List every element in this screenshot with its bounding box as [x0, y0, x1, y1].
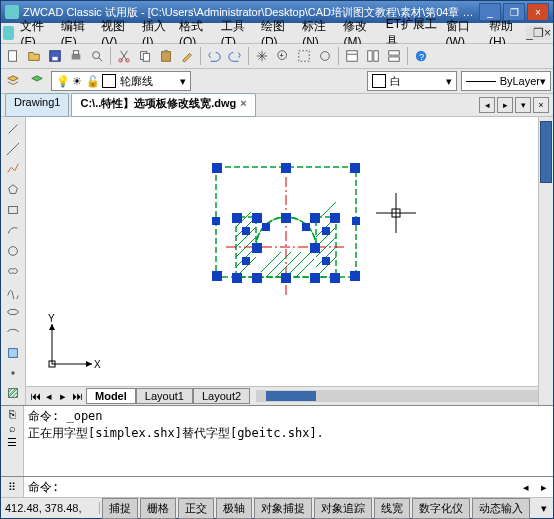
menubar: 文件(F) 编辑(E) 视图(V) 插入(I) 格式(O) 工具(T) 绘图(D…: [1, 23, 553, 44]
close-tab-icon[interactable]: ×: [240, 97, 246, 109]
tab-prev-icon[interactable]: ◂: [479, 97, 495, 113]
hatch-icon[interactable]: [3, 384, 23, 403]
horizontal-scrollbar[interactable]: [256, 390, 538, 402]
svg-text:?: ?: [419, 52, 424, 62]
doc-close-button[interactable]: ×: [544, 26, 551, 40]
zoom-rt-icon[interactable]: +: [273, 46, 293, 66]
doc-restore-button[interactable]: ❐: [533, 26, 544, 40]
doc-tab-1[interactable]: Drawing1: [5, 93, 69, 117]
polygon-icon[interactable]: [3, 180, 23, 199]
svg-rect-10: [143, 53, 149, 61]
svg-rect-54: [281, 163, 291, 173]
pline-icon[interactable]: [3, 160, 23, 179]
save-icon[interactable]: [45, 46, 65, 66]
svg-point-7: [119, 59, 123, 63]
svg-rect-57: [350, 271, 360, 281]
drawing-object[interactable]: [206, 157, 406, 317]
cmd-icon[interactable]: ⌕: [9, 422, 16, 434]
dyn-toggle[interactable]: 动态输入: [472, 498, 530, 519]
copy-icon[interactable]: [135, 46, 155, 66]
cmd-handle-icon[interactable]: ⠿: [1, 477, 24, 497]
zoom-win-icon[interactable]: [294, 46, 314, 66]
doc-icon: [3, 26, 14, 40]
circle-icon[interactable]: [3, 241, 23, 260]
rect-icon[interactable]: [3, 200, 23, 219]
vertical-scrollbar[interactable]: [538, 117, 553, 405]
snap-toggle[interactable]: 捕捉: [102, 498, 138, 519]
color-swatch: [372, 74, 386, 88]
match-icon[interactable]: [177, 46, 197, 66]
lock-icon: 🔓: [86, 75, 100, 88]
pan-icon[interactable]: [252, 46, 272, 66]
command-history: ⎘ ⌕ ☰ 命令: _open 正在用字型[simplex.shx]替代字型[g…: [1, 405, 553, 476]
dc-icon[interactable]: [363, 46, 383, 66]
help-icon[interactable]: ?: [411, 46, 431, 66]
new-icon[interactable]: [3, 46, 23, 66]
doc-minimize-button[interactable]: _: [526, 26, 533, 40]
undo-icon[interactable]: [204, 46, 224, 66]
doc-tab-2[interactable]: C:\..特性】选项板修改线宽.dwg×: [71, 93, 255, 117]
digitizer-toggle[interactable]: 数字化仪: [412, 498, 470, 519]
spline-icon[interactable]: [3, 282, 23, 301]
layer-state-icon[interactable]: [27, 71, 47, 91]
prev-icon[interactable]: ◂: [42, 390, 56, 403]
ortho-toggle[interactable]: 正交: [178, 498, 214, 519]
cmd-scroll-left-icon[interactable]: ◂: [517, 481, 535, 494]
open-icon[interactable]: [24, 46, 44, 66]
properties-icon[interactable]: [342, 46, 362, 66]
tab-close-icon[interactable]: ×: [533, 97, 549, 113]
coords-display[interactable]: 412.48, 378.48,: [1, 502, 100, 514]
cmd-icon[interactable]: ☰: [7, 436, 17, 449]
line-icon[interactable]: [3, 119, 23, 138]
cmd-icon[interactable]: ⎘: [9, 408, 16, 420]
paste-icon[interactable]: [156, 46, 176, 66]
layout2-tab[interactable]: Layout2: [193, 388, 250, 404]
svg-rect-68: [310, 243, 320, 253]
layout-nav: ⏮◂ ▸⏭: [26, 390, 86, 403]
osnap-toggle[interactable]: 对象捕捉: [254, 498, 312, 519]
svg-rect-12: [164, 50, 168, 53]
cut-icon[interactable]: [114, 46, 134, 66]
color-dropdown[interactable]: 白 ▾: [367, 71, 457, 91]
block-icon[interactable]: [3, 343, 23, 362]
svg-rect-71: [302, 223, 310, 231]
preview-icon[interactable]: [87, 46, 107, 66]
status-tray-icon[interactable]: ▾: [535, 502, 553, 515]
lwt-toggle[interactable]: 线宽: [374, 498, 410, 519]
first-icon[interactable]: ⏮: [28, 390, 42, 403]
ellipsearc-icon[interactable]: [3, 323, 23, 342]
command-input[interactable]: [63, 479, 517, 495]
linetype-dropdown[interactable]: ByLayer ▾: [461, 71, 551, 91]
close-button[interactable]: ×: [527, 3, 549, 21]
document-tabs: Drawing1 C:\..特性】选项板修改线宽.dwg× ◂ ▸ ▾ ×: [1, 94, 553, 117]
command-history-text[interactable]: 命令: _open 正在用字型[simplex.shx]替代字型[gbeitc.…: [24, 406, 553, 476]
ellipse-icon[interactable]: [3, 302, 23, 321]
polar-toggle[interactable]: 极轴: [216, 498, 252, 519]
cmd-scroll-right-icon[interactable]: ▸: [535, 481, 553, 494]
tab-next-icon[interactable]: ▸: [497, 97, 513, 113]
arc-icon[interactable]: [3, 221, 23, 240]
redo-icon[interactable]: [225, 46, 245, 66]
revcloud-icon[interactable]: [3, 262, 23, 281]
print-icon[interactable]: [66, 46, 86, 66]
last-icon[interactable]: ⏭: [70, 390, 84, 403]
layer-dropdown[interactable]: 💡 ☀ 🔓 轮廓线 ▾: [51, 71, 191, 91]
next-icon[interactable]: ▸: [56, 390, 70, 403]
svg-point-28: [9, 246, 18, 255]
chevron-down-icon: ▾: [446, 75, 452, 88]
svg-rect-56: [212, 271, 222, 281]
xline-icon[interactable]: [3, 139, 23, 158]
otrack-toggle[interactable]: 对象追踪: [314, 498, 372, 519]
grid-toggle[interactable]: 栅格: [140, 498, 176, 519]
layer-mgr-icon[interactable]: [3, 71, 23, 91]
tab-list-icon[interactable]: ▾: [515, 97, 531, 113]
svg-rect-67: [252, 243, 262, 253]
zoom-prev-icon[interactable]: [315, 46, 335, 66]
drawing-canvas[interactable]: XY: [26, 117, 538, 386]
layer-toolbar: 💡 ☀ 🔓 轮廓线 ▾ 白 ▾ ByLayer ▾: [1, 69, 553, 94]
tp-icon[interactable]: [384, 46, 404, 66]
model-tab[interactable]: Model: [86, 388, 136, 404]
point-icon[interactable]: [3, 363, 23, 382]
layout1-tab[interactable]: Layout1: [136, 388, 193, 404]
svg-rect-2: [52, 57, 57, 61]
